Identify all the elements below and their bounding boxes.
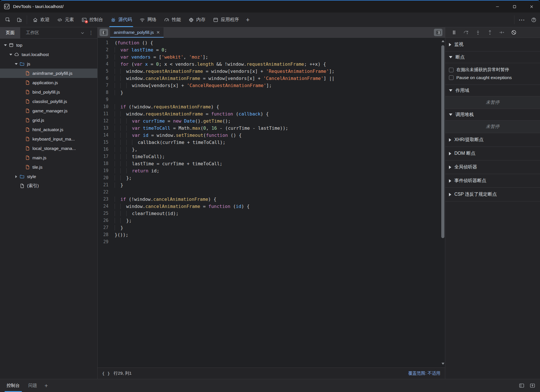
scroll-up-icon[interactable] xyxy=(441,39,445,43)
line-number[interactable]: 9 xyxy=(98,96,115,103)
navigator-more-icon[interactable]: ⋮ xyxy=(85,30,97,36)
tree-item-tile-js[interactable]: tile.js xyxy=(0,162,97,172)
more-options-button[interactable]: ⋯ xyxy=(516,13,527,27)
line-number[interactable]: 24 xyxy=(98,203,115,210)
help-button[interactable] xyxy=(527,13,540,27)
section-csp-violation-breakpoints[interactable]: CSP 违反了规定断点 xyxy=(445,188,540,201)
code-text[interactable]: window[vendors[x] + 'CancelRequestAnimat… xyxy=(115,82,272,89)
line-number[interactable]: 17 xyxy=(98,153,115,160)
tab-elements[interactable]: 元素 xyxy=(53,13,78,27)
line-number[interactable]: 4 xyxy=(98,61,115,68)
section-event-listener-breakpoints[interactable]: 事件侦听器断点 xyxy=(445,174,540,188)
code-text[interactable]: timeToCall); xyxy=(115,153,165,160)
line-number[interactable]: 20 xyxy=(98,174,115,181)
tree-item-style[interactable]: style xyxy=(0,172,97,181)
drawer-tab-issues[interactable]: 问题 xyxy=(24,379,42,392)
code-text[interactable]: }, xyxy=(115,146,137,153)
deactivate-breakpoints-button[interactable] xyxy=(509,28,518,37)
line-number[interactable]: 10 xyxy=(98,103,115,110)
minimize-button[interactable] xyxy=(489,1,506,13)
pause-button[interactable] xyxy=(449,28,459,37)
tree-expander-open-icon[interactable] xyxy=(8,54,13,55)
chevron-down-icon[interactable] xyxy=(80,30,85,36)
code-text[interactable]: }()); xyxy=(115,231,128,238)
line-number[interactable]: 29 xyxy=(98,238,115,245)
inspect-element-button[interactable] xyxy=(2,13,14,27)
line-number[interactable]: 18 xyxy=(98,160,115,167)
code-text[interactable]: window.cancelAnimationFrame = window[ven… xyxy=(115,75,335,82)
tab-sources[interactable]: 源代码 xyxy=(107,13,136,27)
scroll-down-icon[interactable] xyxy=(441,362,445,366)
tree-expander-closed-icon[interactable] xyxy=(14,175,19,178)
line-number[interactable]: 25 xyxy=(98,210,115,217)
line-number[interactable]: 12 xyxy=(98,117,115,125)
tab-welcome[interactable]: 欢迎 xyxy=(29,13,53,27)
line-number[interactable]: 5 xyxy=(98,68,115,75)
close-tab-icon[interactable]: ✕ xyxy=(156,30,160,35)
checkbox-icon[interactable] xyxy=(449,68,454,72)
scrollbar-thumb[interactable] xyxy=(441,45,444,238)
editor-scrollbar[interactable] xyxy=(441,38,445,368)
tree-item-local-storage-mana[interactable]: local_storage_mana... xyxy=(0,144,97,153)
line-number[interactable]: 21 xyxy=(98,181,115,189)
code-text[interactable]: (function () { xyxy=(115,39,153,46)
code-text[interactable]: window.cancelAnimationFrame = function (… xyxy=(115,203,250,210)
line-number[interactable]: 28 xyxy=(98,231,115,238)
section-dom-breakpoints[interactable]: DOM 断点 xyxy=(445,147,540,160)
expand-drawer-button[interactable] xyxy=(527,379,538,392)
add-drawer-tab-button[interactable]: + xyxy=(42,379,51,392)
line-number[interactable]: 19 xyxy=(98,167,115,174)
navigator-tab-page[interactable]: 页面 xyxy=(0,27,20,38)
breakpoint-checkbox-row[interactable]: Pause on caught exceptions xyxy=(445,74,540,81)
line-number[interactable]: 16 xyxy=(98,146,115,153)
section-global-listeners[interactable]: 全局侦听器 xyxy=(445,160,540,174)
line-number[interactable]: 26 xyxy=(98,217,115,224)
section-breakpoints[interactable]: 断点 xyxy=(445,51,540,63)
code-text[interactable]: callback(currTime + timeToCall); xyxy=(115,139,225,146)
editor-tab-animframe-polyfill[interactable]: animframe_polyfill.js ✕ xyxy=(110,27,164,38)
code-text[interactable]: return id; xyxy=(115,167,159,174)
line-number[interactable]: 2 xyxy=(98,46,115,53)
line-number[interactable]: 6 xyxy=(98,75,115,82)
console-sidebar-button[interactable] xyxy=(516,379,527,392)
close-button[interactable] xyxy=(523,1,540,13)
tab-application[interactable]: 应用程序 xyxy=(209,13,243,27)
tab-console[interactable]: 控制台✕ xyxy=(78,13,107,27)
line-number[interactable]: 22 xyxy=(98,189,115,196)
line-number[interactable]: 8 xyxy=(98,89,115,96)
code-text[interactable]: for (var x = 0; x < vendors.length && !w… xyxy=(115,61,326,68)
tab-memory[interactable]: 内存 xyxy=(185,13,209,27)
tree-item-grid-js[interactable]: grid.js xyxy=(0,115,97,125)
code-text[interactable]: var id = window.setTimeout(function () { xyxy=(115,132,242,139)
tree-item-keyboard-input-ma[interactable]: keyboard_input_ma... xyxy=(0,134,97,144)
drawer-tab-console[interactable]: 控制台 xyxy=(2,379,24,392)
navigator-tab-workspace[interactable]: 工作区 xyxy=(20,27,45,38)
tree-expander-open-icon[interactable] xyxy=(14,63,19,65)
line-number[interactable]: 27 xyxy=(98,224,115,231)
tree-item-application-js[interactable]: application.js xyxy=(0,78,97,87)
checkbox-icon[interactable] xyxy=(449,75,454,80)
code-text[interactable]: lastTime = currTime + timeToCall; xyxy=(115,160,222,167)
line-number[interactable]: 7 xyxy=(98,82,115,89)
line-number[interactable]: 15 xyxy=(98,139,115,146)
line-number[interactable]: 1 xyxy=(98,39,115,46)
coverage-link[interactable]: 覆盖范围: 不适用 xyxy=(408,371,440,376)
tree-item-bind-polyfill-js[interactable]: bind_polyfill.js xyxy=(0,87,97,97)
tree-item-classlist-polyfill-js[interactable]: classlist_polyfill.js xyxy=(0,97,97,106)
code-text[interactable]: window.requestAnimationFrame = window[ve… xyxy=(115,68,335,75)
code-editor[interactable]: 1(function () {2 var lastTime = 0;3 var … xyxy=(98,38,445,368)
section-scope[interactable]: 作用域 xyxy=(445,85,540,96)
tree-item-js[interactable]: js xyxy=(0,59,97,69)
section-xhr-breakpoints[interactable]: XHR/提取断点 xyxy=(445,133,540,147)
code-text[interactable]: }; xyxy=(115,217,132,224)
line-number[interactable]: 23 xyxy=(98,196,115,203)
code-text[interactable]: clearTimeout(id); xyxy=(115,210,179,217)
code-text[interactable]: var timeToCall = Math.max(0, 16 - (currT… xyxy=(115,125,288,132)
hide-navigator-button[interactable] xyxy=(100,29,108,36)
step-into-button[interactable] xyxy=(473,28,483,37)
tree-item-game-manager-js[interactable]: game_manager.js xyxy=(0,106,97,115)
section-call-stack[interactable]: 调用堆栈 xyxy=(445,109,540,121)
step-over-button[interactable] xyxy=(461,28,471,37)
hide-debugger-sidebar-button[interactable] xyxy=(434,29,442,36)
breakpoint-checkbox-row[interactable]: 在抛出未捕获的异常时暂停 xyxy=(445,66,540,74)
